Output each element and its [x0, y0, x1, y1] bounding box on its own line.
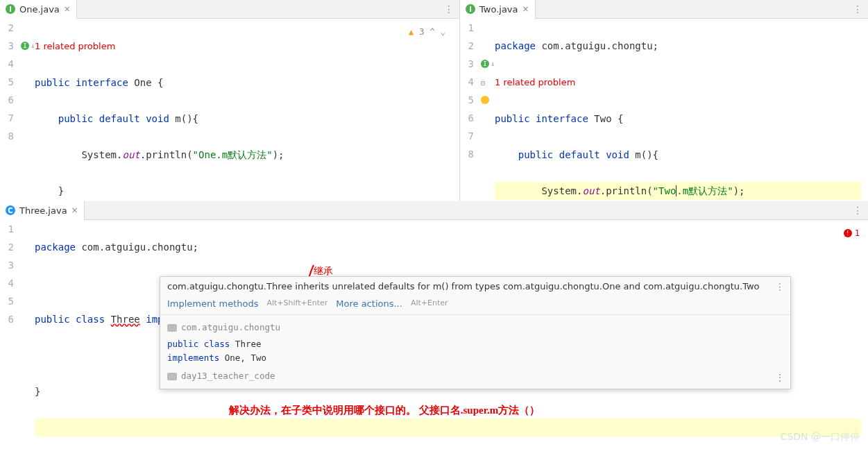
line-gutter: 123456 [0, 220, 21, 449]
popup-menu-icon[interactable]: ⋮ [775, 281, 785, 292]
tab-bar-bottom: C Three.java × ⋮ [0, 201, 868, 220]
more-actions-link[interactable]: More actions... [336, 298, 402, 309]
tab-bar-left: I One.java × ⋮ [0, 0, 459, 19]
java-interface-icon: I [6, 4, 15, 14]
tab-label: One.java [19, 4, 60, 15]
problem-hint[interactable]: 1 related problem [35, 41, 115, 51]
error-badge[interactable]: !1 [844, 224, 860, 242]
close-icon[interactable]: × [522, 4, 529, 14]
doc-menu-icon[interactable]: ⋮ [775, 371, 785, 384]
tab-label: Two.java [479, 4, 518, 15]
implement-methods-link[interactable]: Implement methods [167, 298, 258, 309]
inspection-badge[interactable]: ▲3 ^ ⌄ [409, 23, 445, 41]
anno-solution: 解决办法，在子类中说明用哪个接口的。 父接口名.super.m方法（） [229, 404, 540, 417]
quick-doc: com.atguigu.chongtu public class Three i… [160, 314, 790, 389]
intention-bulb-icon[interactable] [481, 96, 489, 104]
editor-menu-icon[interactable]: ⋮ [444, 3, 454, 15]
tab-bar-right: I Two.java × ⋮ [460, 0, 868, 19]
module-icon [167, 373, 177, 380]
java-interface-icon: I [466, 4, 475, 14]
implements-icon[interactable]: I [21, 42, 29, 50]
folder-icon [167, 324, 177, 332]
tab-label: Three.java [19, 205, 67, 216]
implements-icon[interactable]: I [481, 60, 489, 68]
error-popup: com.atguigu.chongtu.Three inherits unrel… [160, 276, 791, 389]
problem-hint[interactable]: 1 related problem [495, 77, 575, 87]
tab-one-java[interactable]: I One.java × [0, 0, 77, 19]
gutter-bar [21, 220, 35, 449]
tab-two-java[interactable]: I Two.java × [460, 0, 536, 19]
java-class-icon: C [6, 205, 15, 215]
close-icon[interactable]: × [71, 205, 78, 215]
error-message: com.atguigu.chongtu.Three inherits unrel… [167, 281, 760, 291]
editor-menu-icon[interactable]: ⋮ [853, 3, 862, 15]
tab-three-java[interactable]: C Three.java × [0, 201, 85, 220]
editor-menu-icon[interactable]: ⋮ [853, 205, 862, 216]
watermark: CSDN @一口停停 [781, 431, 860, 443]
close-icon[interactable]: × [64, 4, 71, 14]
